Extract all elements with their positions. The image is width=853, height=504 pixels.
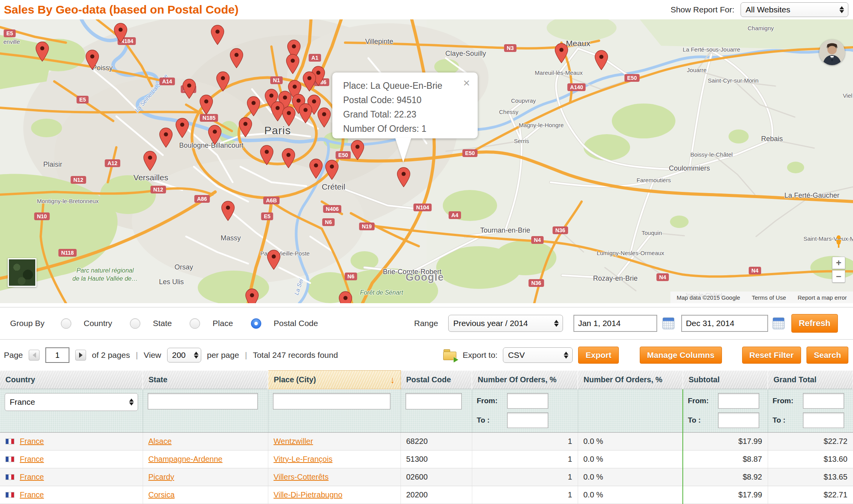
country-link[interactable]: France [20,490,44,499]
next-page-button[interactable] [75,350,86,361]
table-row[interactable]: FrancePicardyVillers-Cotterêts0260010.0 … [0,468,853,486]
group-by-option-country[interactable]: Country [61,318,112,329]
column-header-postal[interactable]: Postal Code [401,371,472,389]
country-filter-select[interactable]: France [5,393,138,411]
column-header-state[interactable]: State [143,371,268,389]
calendar-icon[interactable] [663,318,674,329]
filter-subtotal-from-input[interactable] [718,393,759,409]
place-link[interactable]: Ville-Di-Pietrabugno [274,490,343,499]
previous-page-button[interactable] [29,350,40,361]
state-link[interactable]: Alsace [148,437,172,445]
map-marker[interactable] [230,48,243,69]
terms-of-use-link[interactable]: Terms of Use [752,294,786,301]
filter-grand-from-input[interactable] [803,393,844,409]
filter-input-state[interactable] [148,393,258,409]
map-marker[interactable] [221,201,235,221]
country-link[interactable]: France [20,473,44,481]
place-link[interactable]: Villers-Cotterêts [274,473,329,481]
export-format-select[interactable]: CSV [503,347,573,363]
radio-place[interactable] [190,318,200,329]
map[interactable]: envilleChamignyPoissyVillepinteClaye-Sou… [0,19,853,303]
google-logo[interactable]: Google [406,271,444,283]
map-marker[interactable] [238,117,252,138]
pegman-icon[interactable] [834,235,843,250]
column-header-subtotal[interactable]: Subtotal [683,371,768,389]
map-marker[interactable] [267,250,281,270]
zoom-in-button[interactable]: + [832,257,845,269]
column-header-place[interactable]: Place (City)↓ [268,371,401,389]
country-link[interactable]: France [20,455,44,463]
website-select[interactable]: All Websites [741,2,848,17]
zoom-out-button[interactable]: − [832,270,845,283]
filter-orders-from-input[interactable] [507,393,548,409]
search-button[interactable]: Search [806,347,848,364]
map-marker[interactable] [309,159,323,179]
map-marker[interactable] [286,54,300,74]
column-header-percent[interactable]: Number Of Orders, % [578,371,683,389]
filter-grand-to-input[interactable] [803,413,844,428]
map-marker[interactable] [211,25,224,45]
calendar-icon[interactable] [773,318,784,329]
state-link[interactable]: Champagne-Ardenne [148,455,223,463]
per-page-select[interactable]: 200 [167,348,201,362]
column-header-orders[interactable]: Number Of Orders, % [472,371,578,389]
map-marker[interactable] [85,50,99,70]
manage-columns-button[interactable]: Manage Columns [640,347,722,364]
filter-subtotal-to-input[interactable] [718,413,759,428]
range-select[interactable]: Previous year / 2014 [448,315,563,332]
map-marker[interactable] [247,96,261,117]
table-row[interactable]: FranceChampagne-ArdenneVitry-Le-François… [0,450,853,468]
satellite-thumbnail[interactable] [8,258,36,287]
state-link[interactable]: Picardy [148,473,174,481]
map-marker[interactable] [397,167,411,188]
map-marker[interactable] [216,71,230,92]
map-marker[interactable] [143,151,157,171]
date-from-input[interactable] [573,315,657,332]
report-map-error-link[interactable]: Report a map error [798,294,847,301]
map-marker[interactable] [245,288,259,303]
group-by-option-place[interactable]: Place [190,318,233,329]
refresh-button[interactable]: Refresh [791,314,838,333]
filter-orders-to-input[interactable] [507,413,548,428]
map-marker[interactable] [554,43,568,64]
group-by-option-state[interactable]: State [130,318,172,329]
map-marker[interactable] [338,291,352,303]
column-header-grand[interactable]: Grand Total [768,371,853,389]
radio-country[interactable] [61,318,71,329]
map-marker[interactable] [351,140,364,161]
radio-postal-code[interactable] [251,318,261,329]
map-marker[interactable] [317,107,331,128]
reset-filter-button[interactable]: Reset Filter [742,347,801,364]
map-marker[interactable] [182,79,196,99]
table-row[interactable]: FranceCorsicaVille-Di-Pietrabugno2020010… [0,486,853,504]
place-link[interactable]: Vitry-Le-François [274,455,333,463]
map-marker[interactable] [325,160,339,180]
map-marker[interactable] [594,50,608,71]
map-marker[interactable] [302,71,316,92]
map-marker[interactable] [199,95,213,115]
map-marker[interactable] [282,106,296,127]
total-pages-label: of 2 pages [92,350,130,360]
radio-state[interactable] [130,318,140,329]
map-marker[interactable] [299,103,313,124]
map-marker[interactable] [175,118,189,138]
export-button[interactable]: Export [578,347,619,364]
map-marker[interactable] [159,128,173,148]
date-to-input[interactable] [681,315,768,332]
filter-input-place[interactable] [273,393,390,409]
table-row[interactable]: FranceAlsaceWentzwiller6822010.0 %$17.99… [0,433,853,450]
close-icon[interactable]: × [463,77,470,89]
country-link[interactable]: France [20,437,44,445]
user-avatar[interactable] [819,40,845,65]
map-marker[interactable] [35,41,49,62]
map-marker[interactable] [208,125,222,145]
map-marker[interactable] [114,23,128,43]
filter-input-postal[interactable] [406,393,462,409]
state-link[interactable]: Corsica [148,490,175,499]
page-input[interactable] [45,347,69,363]
map-marker[interactable] [281,148,295,169]
place-link[interactable]: Wentzwiller [274,437,313,445]
group-by-option-postal-code[interactable]: Postal Code [251,318,318,329]
map-marker[interactable] [260,145,274,166]
column-header-country[interactable]: Country [0,371,143,389]
